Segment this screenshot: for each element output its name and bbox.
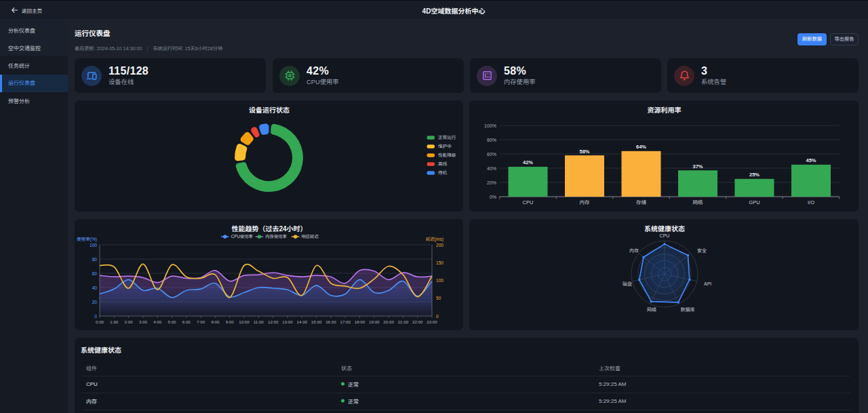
svg-text:1:00: 1:00 bbox=[110, 319, 119, 324]
svg-text:13:00: 13:00 bbox=[282, 319, 293, 324]
svg-text:内存使用率: 内存使用率 bbox=[265, 234, 286, 239]
svg-text:64%: 64% bbox=[636, 144, 646, 150]
svg-text:100: 100 bbox=[90, 243, 97, 248]
svg-text:19:00: 19:00 bbox=[369, 319, 380, 324]
svg-text:100%: 100% bbox=[484, 123, 496, 128]
svg-text:8:00: 8:00 bbox=[211, 319, 220, 324]
svg-text:网络: 网络 bbox=[647, 307, 656, 312]
svg-text:100: 100 bbox=[436, 278, 443, 283]
svg-text:20:00: 20:00 bbox=[383, 319, 394, 324]
svg-text:性能降级: 性能降级 bbox=[438, 153, 456, 157]
svg-text:14:00: 14:00 bbox=[297, 319, 308, 324]
svg-text:API: API bbox=[704, 281, 711, 286]
svg-text:内存: 内存 bbox=[580, 199, 590, 205]
svg-text:I/O: I/O bbox=[808, 199, 814, 205]
svg-text:60: 60 bbox=[92, 271, 98, 276]
svg-text:25%: 25% bbox=[749, 172, 760, 178]
svg-text:40%: 40% bbox=[487, 166, 496, 171]
svg-text:12:00: 12:00 bbox=[268, 319, 279, 324]
svg-text:21:00: 21:00 bbox=[398, 319, 409, 324]
svg-text:存储: 存储 bbox=[636, 199, 646, 205]
svg-text:响应延迟: 响应延迟 bbox=[302, 234, 319, 239]
svg-text:0%: 0% bbox=[490, 195, 496, 199]
svg-text:16:00: 16:00 bbox=[326, 319, 336, 324]
svg-text:150: 150 bbox=[436, 260, 443, 265]
svg-text:资源利用率: 资源利用率 bbox=[648, 106, 682, 114]
svg-text:80: 80 bbox=[92, 257, 98, 262]
svg-text:系统健康状态: 系统健康状态 bbox=[644, 225, 685, 233]
svg-text:CPU: CPU bbox=[523, 199, 534, 205]
svg-text:7:00: 7:00 bbox=[197, 319, 205, 324]
svg-text:维护中: 维护中 bbox=[438, 144, 452, 149]
svg-text:GPU: GPU bbox=[749, 199, 760, 205]
svg-text:CPU使用率: CPU使用率 bbox=[231, 234, 253, 239]
svg-text:正常运行: 正常运行 bbox=[438, 135, 456, 140]
svg-text:性能趋势（过去24小时）: 性能趋势（过去24小时） bbox=[231, 225, 307, 233]
svg-text:设备运行状态: 设备运行状态 bbox=[249, 106, 290, 114]
svg-text:5:00: 5:00 bbox=[167, 319, 176, 324]
svg-text:10:00: 10:00 bbox=[239, 319, 250, 324]
svg-text:待机: 待机 bbox=[438, 170, 448, 175]
svg-text:37%: 37% bbox=[692, 163, 703, 170]
svg-text:安全: 安全 bbox=[697, 248, 707, 253]
svg-text:2:00: 2:00 bbox=[125, 319, 134, 324]
svg-text:CPU: CPU bbox=[660, 233, 670, 238]
svg-text:3:00: 3:00 bbox=[139, 319, 148, 324]
svg-text:60%: 60% bbox=[487, 152, 496, 157]
svg-text:200: 200 bbox=[436, 243, 443, 248]
svg-text:23:00: 23:00 bbox=[427, 319, 437, 324]
svg-text:42%: 42% bbox=[523, 159, 533, 165]
svg-text:18:00: 18:00 bbox=[355, 319, 366, 324]
svg-text:0: 0 bbox=[436, 314, 439, 319]
svg-text:6:00: 6:00 bbox=[182, 319, 191, 324]
svg-text:网络: 网络 bbox=[693, 199, 704, 205]
svg-text:离线: 离线 bbox=[438, 161, 448, 166]
svg-text:内存: 内存 bbox=[629, 248, 639, 253]
svg-text:50: 50 bbox=[436, 296, 441, 300]
svg-text:80%: 80% bbox=[487, 138, 496, 142]
svg-text:11:00: 11:00 bbox=[254, 319, 264, 324]
svg-text:磁盘: 磁盘 bbox=[623, 281, 632, 286]
svg-text:22:00: 22:00 bbox=[412, 319, 423, 324]
svg-text:延迟(ms): 延迟(ms) bbox=[426, 237, 443, 242]
svg-text:使用率(%): 使用率(%) bbox=[77, 237, 97, 242]
svg-text:4:00: 4:00 bbox=[153, 319, 162, 324]
svg-text:58%: 58% bbox=[579, 149, 589, 155]
svg-text:45%: 45% bbox=[806, 157, 816, 163]
svg-text:9:00: 9:00 bbox=[226, 319, 235, 324]
svg-text:40: 40 bbox=[92, 286, 98, 290]
svg-text:0: 0 bbox=[94, 314, 97, 319]
svg-text:0:00: 0:00 bbox=[96, 319, 104, 324]
svg-text:20: 20 bbox=[92, 300, 98, 304]
svg-text:17:00: 17:00 bbox=[340, 319, 351, 324]
svg-text:15:00: 15:00 bbox=[311, 319, 322, 324]
svg-text:数据库: 数据库 bbox=[681, 307, 695, 312]
svg-text:20%: 20% bbox=[487, 180, 496, 185]
